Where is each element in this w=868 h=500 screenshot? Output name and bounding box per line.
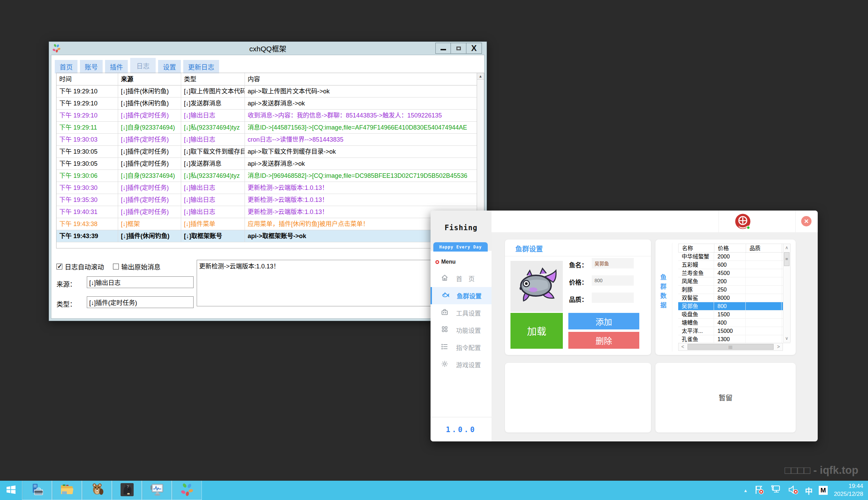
sidebar-item-tool-settings[interactable]: 工具设置 <box>431 304 492 322</box>
log-time: 下午 19:29:11 <box>56 122 118 133</box>
fish-name: 吴郭鱼 <box>678 302 714 310</box>
banner-button[interactable]: Happy Every Day <box>433 242 488 252</box>
action-center-flag-icon[interactable] <box>754 484 764 496</box>
tab[interactable]: 账号 <box>80 60 103 73</box>
taskbar-clock[interactable]: 19:44 2025/12/28 <box>834 482 863 498</box>
ime-language-indicator[interactable]: 中 <box>805 485 813 496</box>
hidden-icons-arrow-icon[interactable]: ▲ <box>743 488 748 493</box>
scroll-right-icon[interactable]: > <box>774 343 783 350</box>
log-row[interactable]: 下午 19:30:30 [↓]插件(定时任务) [↓]输出日志 更新检测->云端… <box>56 182 477 194</box>
fish-quality-input[interactable] <box>592 293 634 303</box>
taskbar-app-file-explorer[interactable] <box>52 481 82 500</box>
log-row[interactable]: 下午 19:35:30 [↓]插件(定时任务) [↓]输出日志 更新检测->云端… <box>56 194 477 206</box>
scroll-up-icon[interactable]: ▲ <box>477 73 484 80</box>
taskbar-app-cxhqq[interactable] <box>172 481 202 500</box>
ime-mode-indicator[interactable]: M <box>819 486 828 495</box>
taskbar-app-performance-monitor[interactable] <box>142 481 172 500</box>
fishing-logo: Fishing <box>431 211 492 232</box>
log-row[interactable]: 下午 19:43:38 [↓]框架 [↓]插件菜单 应用菜单，插件[休闲钓鱼]被… <box>56 218 477 230</box>
fish-price: 600 <box>714 261 746 269</box>
maximize-button[interactable] <box>451 43 466 54</box>
taskbar-app-server-manager[interactable] <box>22 481 52 500</box>
log-content: 收到消息->内容：我的信息->群聊：851443835->触发人：1509226… <box>245 110 477 121</box>
fish-row[interactable]: 吸盘鱼 1500 <box>678 310 790 319</box>
fish-table-hscrollbar[interactable]: < ||| > <box>678 343 783 351</box>
log-rows: 下午 19:29:10 [↓]插件(休闲钓鱼) [↓]取上传图片文本代码 api… <box>56 85 477 242</box>
fish-name: 太平洋... <box>678 327 714 335</box>
log-row[interactable]: 下午 19:29:10 [↓]插件(休闲钓鱼) [↓]发送群消息 api->发送… <box>56 98 477 110</box>
log-row[interactable]: 下午 19:29:11 [↓]自身(923374694) [↓]私(923374… <box>56 122 477 134</box>
taskbar-app-beaver[interactable] <box>82 481 112 500</box>
fish-name-input[interactable] <box>592 258 634 268</box>
log-row[interactable]: 下午 19:30:03 [↓]插件(定时任务) [↓]输出日志 cron日志--… <box>56 134 477 146</box>
taskbar-app-wolf[interactable]: ? <box>112 481 142 500</box>
minimize-button[interactable] <box>435 43 451 54</box>
log-row[interactable]: 下午 19:29:10 [↓]插件(休闲钓鱼) [↓]取上传图片文本代码 api… <box>56 85 477 98</box>
fish-table-vscrollbar[interactable]: ∧ ≡ ∨ <box>783 244 790 343</box>
log-row[interactable]: 下午 19:29:10 [↓]插件(定时任务) [↓]输出日志 收到消息->内容… <box>56 110 477 122</box>
tab[interactable]: 日志 <box>130 58 156 73</box>
log-row[interactable]: 下午 19:30:05 [↓]插件(定时任务) [↓]取下载文件到缓存目录 ap… <box>56 146 477 158</box>
scroll-left-icon[interactable]: < <box>679 343 687 350</box>
raw-output-checkbox-box[interactable] <box>113 264 119 269</box>
fish-table[interactable]: 名称 价格 品质 中华绒螯蟹 2000 五彩鳗 600 <box>678 244 790 351</box>
fish-row[interactable]: 中华绒螯蟹 2000 <box>678 253 790 261</box>
volume-muted-icon[interactable] <box>788 484 799 496</box>
fish-rows: 中华绒螯蟹 2000 五彩鳗 600 兰寿金鱼 4500 <box>678 253 790 344</box>
log-table[interactable]: 时间 来源 类型 内容 下午 19:29:10 [↓]插件(休闲钓鱼) [↓]取… <box>56 73 484 248</box>
fish-row[interactable]: 兰寿金鱼 4500 <box>678 269 790 277</box>
tab[interactable]: 更新日志 <box>183 60 219 73</box>
scroll-up-icon[interactable]: ∧ <box>783 244 790 252</box>
fish-row[interactable]: 五彩鳗 600 <box>678 261 790 269</box>
clock-date: 2025/12/28 <box>834 490 863 498</box>
log-content: 更新检测->云端版本:1.0.13！ <box>245 182 477 194</box>
network-icon[interactable] <box>771 484 782 496</box>
load-button[interactable]: 加载 <box>510 313 563 349</box>
add-button[interactable]: 添加 <box>568 313 639 329</box>
fish-row[interactable]: 太平洋... 15000 <box>678 327 790 335</box>
sidebar-item-function-settings[interactable]: 功能设置 <box>431 322 492 339</box>
raw-output-checkbox[interactable]: 输出原始消息 <box>113 262 161 271</box>
sidebar-item-command-config[interactable]: 指令配置 <box>431 339 492 356</box>
fish-row[interactable]: 孔雀鱼 1300 <box>678 335 790 344</box>
log-row[interactable]: 下午 19:30:06 [↓]自身(923374694) [↓]私(923374… <box>56 170 477 182</box>
fish-row[interactable]: 刺豚 250 <box>678 286 790 294</box>
log-source: [↓]插件(定时任务) <box>118 206 181 218</box>
autoscroll-checkbox[interactable]: 日志自动滚动 <box>56 262 104 271</box>
topbar-divider <box>795 211 796 232</box>
tab[interactable]: 插件 <box>105 60 128 73</box>
vscroll-thumb[interactable]: ≡ <box>784 252 789 266</box>
sidebar-item-fish-settings[interactable]: 鱼群设置 <box>431 287 492 304</box>
card-title-rule <box>505 256 651 256</box>
close-button[interactable]: X <box>466 43 482 54</box>
fish-table-header: 名称 价格 品质 <box>678 244 790 253</box>
sidebar-item-home[interactable]: 首 页 <box>431 270 492 287</box>
scroll-down-icon[interactable]: ∨ <box>783 335 790 342</box>
tab[interactable]: 首页 <box>55 60 78 73</box>
fish-row[interactable]: 塘鳢鱼 400 <box>678 319 790 327</box>
source-filter-input[interactable] <box>87 276 194 288</box>
fishing-close-button[interactable]: ✕ <box>801 216 812 226</box>
log-row[interactable]: 下午 19:43:39 [↓]插件(休闲钓鱼) [↓]取框架账号 api->取框… <box>56 230 477 242</box>
delete-button[interactable]: 删除 <box>568 332 639 349</box>
sidebar-item-game-settings[interactable]: 游戏设置 <box>431 356 492 373</box>
type-filter-input[interactable] <box>87 296 194 308</box>
autoscroll-checkbox-box[interactable] <box>56 264 62 269</box>
log-preview-box[interactable]: 更新检测->云端版本:1.0.13！ <box>197 260 434 306</box>
log-time: 下午 19:43:38 <box>56 218 118 230</box>
fish-quality <box>746 335 782 343</box>
fish-row[interactable]: 凤尾鱼 200 <box>678 277 790 286</box>
fish-price-input[interactable] <box>592 275 634 286</box>
hscroll-thumb[interactable]: ||| <box>688 344 774 350</box>
fish-price: 15000 <box>714 327 746 335</box>
fish-row[interactable]: 吴郭鱼 800 <box>678 302 790 310</box>
hscroll-track[interactable]: ||| <box>687 343 774 350</box>
log-row[interactable]: 下午 19:30:05 [↓]插件(定时任务) [↓]发送群消息 api->发送… <box>56 158 477 170</box>
fish-row[interactable]: 双髻鲨 8000 <box>678 294 790 302</box>
start-button[interactable] <box>0 481 22 500</box>
tab[interactable]: 设置 <box>158 60 181 73</box>
log-type: [↓]输出日志 <box>181 134 245 145</box>
log-type: [↓]输出日志 <box>181 194 245 206</box>
log-row[interactable]: 下午 19:40:31 [↓]插件(定时任务) [↓]输出日志 更新检测->云端… <box>56 206 477 218</box>
titlebar[interactable]: cxhQQ框架 X <box>49 42 487 55</box>
